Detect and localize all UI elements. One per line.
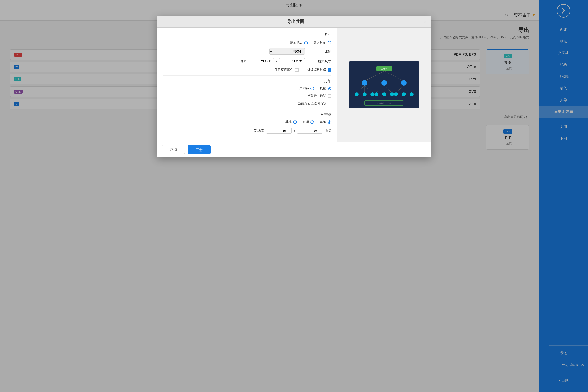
x-label-2: x <box>294 129 295 132</box>
transparent-content-row: 当前页面也透明内容 <box>163 102 331 106</box>
dimensions-inputs: x 像素 <box>241 58 305 64</box>
svg-point-6 <box>362 80 367 86</box>
checkbox-box-transparent <box>328 94 331 98</box>
max-size-row: 最大远配 缩放超级 <box>163 40 331 45</box>
radio-label-maxsize: 最大远配 <box>314 40 326 45</box>
radio-content[interactable]: 页内容 <box>300 86 314 90</box>
svg-point-26 <box>410 92 414 96</box>
dialog-preview-panel: 主结构 <box>337 28 431 142</box>
page-setting-row: 尺寸 <box>163 32 331 37</box>
radio-dot-screen <box>328 120 331 124</box>
checkbox-box-transparent-content <box>328 102 331 106</box>
checkbox-row: 继续缩放时保 保留页面颜色 <box>163 68 331 72</box>
export-dialog: × 导出共图 主结构 <box>157 16 431 157</box>
scale-select[interactable]: %001 <box>270 48 305 55</box>
coord-input-row: 自义 x 英\ 象素 <box>163 128 331 134</box>
dialog-header: × 导出共图 <box>157 16 431 28</box>
svg-point-22 <box>382 92 386 96</box>
size-text-label: 最大尺寸 <box>308 59 331 64</box>
svg-text:主结构: 主结构 <box>381 68 387 70</box>
max-size-radio-group: 最大远配 缩放超级 <box>290 40 331 45</box>
resolution-radio-group: 幕框 来源 其他 <box>286 120 331 124</box>
mindmap-svg: 主结构 <box>349 61 420 108</box>
coord-height-input[interactable] <box>266 128 292 134</box>
radio-dot-page <box>328 87 331 90</box>
checkbox-keep-page[interactable]: 保留页面颜色 <box>274 68 298 72</box>
x-label: x <box>276 60 278 63</box>
preview-mindmap: 主结构 <box>349 61 420 108</box>
dialog-settings-panel: 尺寸 最大远配 缩放超级 <box>157 28 337 142</box>
section-divider-1 <box>163 76 331 76</box>
radio-label-other: 其他 <box>286 120 292 124</box>
coord-inputs: x 英\ 象素 <box>254 128 322 134</box>
svg-point-18 <box>355 92 359 96</box>
checkbox-keep-aspect[interactable]: 继续缩放时保 <box>307 68 331 72</box>
radio-printer[interactable]: 来源 <box>302 120 314 124</box>
dialog-body: 主结构 <box>157 28 431 142</box>
checkbox-box-aspect <box>328 68 331 72</box>
svg-point-20 <box>370 92 374 96</box>
radio-page[interactable]: 页签 <box>320 86 331 90</box>
radio-screen[interactable]: 幕框 <box>320 120 331 124</box>
svg-point-24 <box>394 92 398 96</box>
radio-label-scaling: 缩放超级 <box>290 40 302 45</box>
cancel-button[interactable]: 取消 <box>162 145 185 154</box>
radio-dot-printer <box>310 120 314 124</box>
unit-label: 英\ 象素 <box>254 129 264 132</box>
radio-other[interactable]: 其他 <box>286 120 297 124</box>
dimensions-row: 最大尺寸 x 像素 <box>163 58 331 64</box>
unit-dimension: 像素 <box>241 60 246 63</box>
page-radio-row: 页签 页内容 <box>163 86 331 90</box>
radio-scaling[interactable]: 缩放超级 <box>290 40 308 45</box>
dialog-close-button[interactable]: × <box>424 19 426 24</box>
size-label: 尺寸 <box>308 32 331 37</box>
radio-maxsize[interactable]: 最大远配 <box>314 40 331 45</box>
radio-label-printer: 来源 <box>302 120 309 124</box>
checkbox-transparent[interactable]: 当背景中透明 <box>307 94 331 98</box>
transparent-row: 当背景中透明 <box>163 94 331 98</box>
dialog-title: 导出共图 <box>287 18 304 24</box>
checkbox-label-transparent-content: 当前页面也透明内容 <box>298 102 326 106</box>
scale-inputs: %001 <box>270 48 305 55</box>
svg-point-23 <box>390 92 394 96</box>
radio-label-content: 页内容 <box>300 86 309 90</box>
page-radio-group: 页签 页内容 <box>300 86 331 90</box>
svg-point-21 <box>374 92 378 96</box>
scale-text-label: 比例 <box>308 49 331 54</box>
radio-dot-content <box>310 87 314 90</box>
preview-image-area: 主结构 <box>337 28 431 142</box>
checkbox-box-page <box>295 68 298 72</box>
width-input[interactable] <box>279 58 305 64</box>
checkbox-label-page: 保留页面颜色 <box>274 68 294 72</box>
checkbox-label-aspect: 继续缩放时保 <box>307 68 326 72</box>
checkbox-transparent-content[interactable]: 当前页面也透明内容 <box>298 102 331 106</box>
svg-point-8 <box>401 80 406 86</box>
self-value-label: 自义 <box>325 129 331 132</box>
radio-label-screen: 幕框 <box>320 120 326 124</box>
dialog-overlay[interactable]: × 导出共图 主结构 <box>0 0 588 392</box>
resolution-section-title: 分辨率 <box>163 112 331 117</box>
svg-point-19 <box>362 92 366 96</box>
svg-point-7 <box>382 80 387 86</box>
radio-dot-other <box>293 120 297 124</box>
coord-width-input[interactable] <box>297 128 322 134</box>
checkbox-label-transparent: 当背景中透明 <box>307 94 326 98</box>
scale-row: 比例 %001 <box>163 48 331 55</box>
export-button[interactable]: 宝册 <box>188 145 210 154</box>
radio-label-page: 页签 <box>320 86 326 90</box>
resolution-radio-row: 幕框 来源 其他 <box>163 120 331 124</box>
radio-dot-maxsize <box>328 41 331 44</box>
svg-text:底部说明文字区域: 底部说明文字区域 <box>377 102 391 104</box>
print-section-title: 打印 <box>163 78 331 83</box>
height-input[interactable] <box>248 58 274 64</box>
radio-dot-scaling <box>304 41 308 44</box>
dialog-footer: 取消 宝册 <box>157 142 431 157</box>
svg-point-25 <box>402 92 406 96</box>
